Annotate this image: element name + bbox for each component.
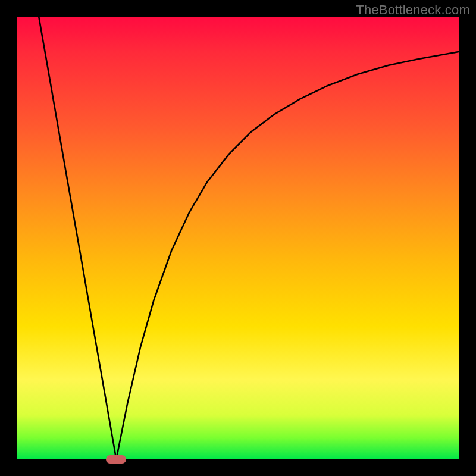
watermark-text: TheBottleneck.com — [356, 2, 470, 18]
bottleneck-curve — [17, 17, 459, 459]
vertex-marker — [106, 455, 126, 464]
curve-right-branch — [116, 52, 459, 459]
curve-left-branch — [39, 17, 116, 459]
chart-frame: TheBottleneck.com — [0, 0, 476, 476]
plot-area — [17, 17, 459, 459]
